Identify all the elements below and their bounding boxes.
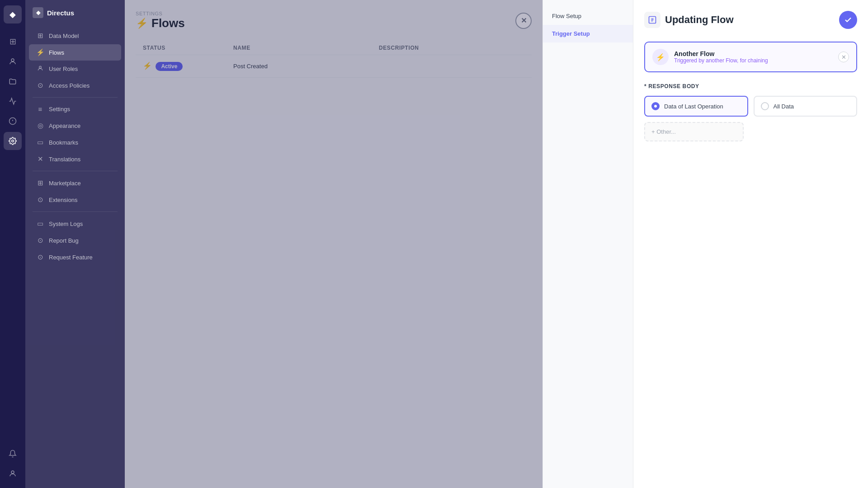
sidebar-item-translations[interactable]: ✕ Translations — [29, 151, 121, 167]
response-option-all-data[interactable]: All Data — [754, 96, 858, 117]
brand-icon: ◆ — [33, 7, 43, 18]
col-name: Name — [233, 45, 379, 51]
appearance-icon: ◎ — [36, 122, 44, 130]
close-button[interactable]: ✕ — [515, 13, 532, 29]
sidebar-item-flows[interactable]: ⚡ Flows — [29, 44, 121, 61]
detail-panel: Updating Flow ⚡ Another Flow Triggered b… — [633, 0, 868, 488]
sidebar-item-label: Data Model — [49, 33, 79, 39]
main-area: Settings ⚡ Flows ✕ Status Name Descripti… — [125, 0, 542, 488]
response-option-all-data-label: All Data — [774, 103, 794, 110]
radio-dot-data-last-op — [651, 102, 660, 110]
sidebar-divider-2 — [33, 171, 118, 171]
sidebar-item-bookmarks[interactable]: ▭ Bookmarks — [29, 134, 121, 150]
logo-icon[interactable]: ◆ — [4, 5, 22, 23]
data-model-icon: ⊞ — [36, 32, 44, 40]
svg-point-6 — [39, 66, 42, 68]
sidebar-item-request-feature[interactable]: ⊙ Request Feature — [29, 249, 121, 265]
col-description: Description — [379, 45, 524, 51]
table-row[interactable]: ⚡ Active Post Created — [136, 55, 532, 78]
trigger-info: Another Flow Triggered by another Flow, … — [674, 50, 768, 64]
sidebar-item-extensions[interactable]: ⊙ Extensions — [29, 192, 121, 208]
sidebar-item-marketplace[interactable]: ⊞ Marketplace — [29, 175, 121, 191]
sidebar-item-access-policies[interactable]: ⊙ Access Policies — [29, 77, 121, 94]
detail-title: Updating Flow — [665, 14, 734, 26]
flows-content: Settings ⚡ Flows ✕ Status Name Descripti… — [125, 0, 542, 488]
access-policies-icon: ⊙ — [36, 81, 44, 89]
report-bug-icon: ⊙ — [36, 236, 44, 244]
icon-nav: ◆ ⊞ — [0, 0, 25, 488]
sidebar-item-label: Translations — [49, 156, 80, 163]
other-option[interactable]: + Other... — [644, 122, 744, 141]
sidebar-item-label: Bookmarks — [49, 139, 78, 146]
nav-icon-user-profile[interactable] — [4, 465, 22, 483]
brand-name: Directus — [47, 9, 74, 17]
slide-panel-flow-setup[interactable]: Flow Setup — [543, 7, 633, 25]
col-status: Status — [143, 45, 233, 51]
sidebar-item-label: Extensions — [49, 197, 78, 203]
flow-setup-label: Flow Setup — [552, 13, 581, 19]
nav-icon-info[interactable] — [4, 112, 22, 130]
sidebar-item-label: Settings — [49, 106, 70, 113]
flows-title-area: Settings ⚡ Flows — [136, 11, 185, 30]
page-title: ⚡ Flows — [136, 16, 185, 30]
nav-icon-folder[interactable] — [4, 72, 22, 90]
confirm-button[interactable] — [839, 11, 857, 29]
trigger-card-left: ⚡ Another Flow Triggered by another Flow… — [652, 49, 768, 65]
flows-header: Settings ⚡ Flows ✕ — [136, 11, 532, 30]
sidebar-item-label: Request Feature — [49, 254, 93, 261]
system-logs-icon: ▭ — [36, 220, 44, 228]
flows-table: Status Name Description ⚡ Active Post Cr… — [136, 41, 532, 78]
response-option-data-last-op-label: Data of Last Operation — [664, 103, 723, 110]
detail-panel-icon — [644, 12, 660, 28]
trigger-remove-button[interactable]: ✕ — [838, 52, 849, 62]
sidebar-item-user-roles[interactable]: User Roles — [29, 61, 121, 77]
sidebar-item-system-logs[interactable]: ▭ System Logs — [29, 216, 121, 232]
section-label: Settings — [136, 11, 185, 16]
detail-header: Updating Flow — [644, 11, 857, 29]
sidebar-item-label: System Logs — [49, 221, 83, 227]
flows-icon: ⚡ — [36, 48, 44, 56]
other-option-label: + Other... — [651, 128, 676, 135]
trigger-card[interactable]: ⚡ Another Flow Triggered by another Flow… — [644, 42, 857, 72]
status-badge: Active — [156, 62, 183, 71]
sidebar-item-label: Report Bug — [49, 237, 79, 244]
detail-title-area: Updating Flow — [644, 12, 734, 28]
brand: ◆ Directus — [25, 7, 125, 27]
request-feature-icon: ⊙ — [36, 253, 44, 261]
sidebar-item-report-bug[interactable]: ⊙ Report Bug — [29, 232, 121, 249]
user-roles-icon — [36, 65, 44, 73]
svg-point-4 — [12, 140, 14, 142]
radio-dot-all-data — [761, 102, 769, 110]
table-header: Status Name Description — [136, 41, 532, 55]
slide-panel: Flow Setup Trigger Setup — [542, 0, 633, 488]
trigger-desc: Triggered by another Flow, for chaining — [674, 57, 768, 64]
trigger-icon: ⚡ — [652, 49, 669, 65]
nav-icon-chart[interactable] — [4, 92, 22, 110]
sidebar-divider-1 — [33, 97, 118, 98]
sidebar-item-label: Flows — [49, 49, 64, 56]
trigger-setup-label: Trigger Setup — [552, 30, 590, 37]
trigger-name: Another Flow — [674, 50, 768, 57]
nav-icon-settings[interactable] — [4, 132, 22, 150]
translations-icon: ✕ — [36, 155, 44, 163]
sidebar-item-data-model[interactable]: ⊞ Data Model — [29, 28, 121, 44]
nav-icon-database[interactable]: ⊞ — [4, 33, 22, 51]
slide-panel-trigger-setup[interactable]: Trigger Setup — [543, 25, 633, 42]
nav-icon-users[interactable] — [4, 52, 22, 70]
nav-icon-bell[interactable] — [4, 445, 22, 463]
sidebar-divider-3 — [33, 211, 118, 212]
row-status-cell: ⚡ Active — [143, 61, 233, 71]
sidebar-item-settings[interactable]: ≡ Settings — [29, 101, 121, 117]
bookmarks-icon: ▭ — [36, 138, 44, 146]
extensions-icon: ⊙ — [36, 196, 44, 204]
flows-bolt-icon: ⚡ — [136, 18, 148, 29]
page-title-text: Flows — [151, 16, 185, 30]
response-option-data-last-op[interactable]: Data of Last Operation — [644, 96, 748, 117]
sidebar-item-label: Access Policies — [49, 82, 90, 89]
sidebar-item-appearance[interactable]: ◎ Appearance — [29, 117, 121, 134]
row-name-cell: Post Created — [233, 63, 379, 70]
settings-icon: ≡ — [36, 105, 44, 113]
response-body-label: * Response Body — [644, 83, 857, 89]
sidebar-item-label: User Roles — [49, 66, 78, 72]
sidebar: ◆ Directus ⊞ Data Model ⚡ Flows User Rol… — [25, 0, 125, 488]
